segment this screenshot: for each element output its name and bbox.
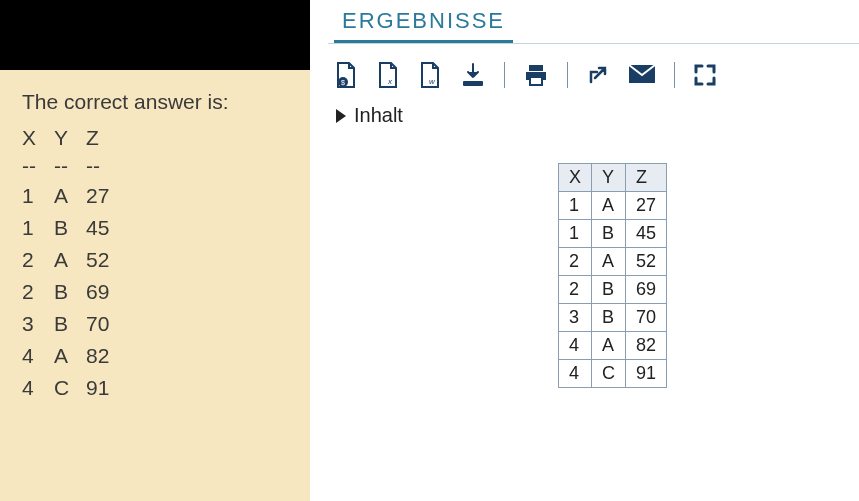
dash-cell: -- (22, 154, 54, 180)
table-cell: A (54, 180, 86, 212)
table-cell: 2 (559, 276, 592, 304)
table-row: 1B45 (559, 220, 667, 248)
table-row: 2A52 (22, 244, 126, 276)
table-row: 4C91 (559, 360, 667, 388)
table-cell: 1 (559, 192, 592, 220)
export-excel-icon[interactable]: $ (334, 62, 358, 88)
table-row: 1B45 (22, 212, 126, 244)
table-cell: 91 (86, 372, 126, 404)
answer-table: X Y Z -- -- -- 1A271B452A522B693B704A824… (22, 122, 126, 404)
export-word-icon[interactable]: w (418, 62, 442, 88)
table-cell: 4 (22, 340, 54, 372)
table-cell: B (54, 212, 86, 244)
table-cell: 27 (626, 192, 667, 220)
result-area: X Y Z 1A271B452A522B693B704A824C91 (328, 133, 859, 388)
col-header: Z (626, 164, 667, 192)
triangle-right-icon (336, 109, 346, 123)
table-cell: A (54, 340, 86, 372)
email-icon[interactable] (628, 64, 656, 86)
table-cell: A (592, 192, 626, 220)
table-cell: 82 (86, 340, 126, 372)
table-cell: 2 (559, 248, 592, 276)
answer-body: 1A271B452A522B693B704A824C91 (22, 180, 126, 404)
table-cell: 69 (86, 276, 126, 308)
answer-header-row: X Y Z (22, 122, 126, 154)
table-cell: A (54, 244, 86, 276)
table-cell: 82 (626, 332, 667, 360)
table-row: 2A52 (559, 248, 667, 276)
table-cell: A (592, 332, 626, 360)
svg-rect-4 (529, 65, 543, 71)
col-header: X (559, 164, 592, 192)
table-cell: 4 (559, 332, 592, 360)
answer-dash-row: -- -- -- (22, 154, 126, 180)
right-panel: ERGEBNISSE $ x w Inhalt (310, 0, 859, 501)
toolbar-separator (567, 62, 568, 88)
table-row: 4A82 (22, 340, 126, 372)
answer-panel: The correct answer is: X Y Z -- -- -- 1A… (0, 70, 310, 501)
table-cell: B (592, 276, 626, 304)
fullscreen-icon[interactable] (693, 63, 717, 87)
svg-text:x: x (387, 77, 393, 86)
table-row: 1A27 (559, 192, 667, 220)
table-row: 2B69 (559, 276, 667, 304)
open-external-icon[interactable] (586, 63, 610, 87)
svg-rect-6 (530, 77, 542, 85)
col-header: Y (592, 164, 626, 192)
dash-cell: -- (54, 154, 86, 180)
section-label: Inhalt (354, 104, 403, 127)
col-header: Y (54, 122, 86, 154)
table-cell: B (54, 308, 86, 340)
col-header: X (22, 122, 54, 154)
table-cell: 2 (22, 244, 54, 276)
tab-bar: ERGEBNISSE (328, 0, 859, 44)
tab-results[interactable]: ERGEBNISSE (334, 0, 513, 43)
toolbar-separator (674, 62, 675, 88)
svg-text:w: w (429, 77, 436, 86)
result-table: X Y Z 1A271B452A522B693B704A824C91 (558, 163, 667, 388)
table-cell: 2 (22, 276, 54, 308)
section-toggle[interactable]: Inhalt (328, 98, 859, 133)
dash-cell: -- (86, 154, 126, 180)
table-cell: 45 (626, 220, 667, 248)
table-row: 4C91 (22, 372, 126, 404)
col-header: Z (86, 122, 126, 154)
table-cell: 3 (559, 304, 592, 332)
export-xml-icon[interactable]: x (376, 62, 400, 88)
table-cell: B (54, 276, 86, 308)
result-body: 1A271B452A522B693B704A824C91 (559, 192, 667, 388)
table-cell: C (592, 360, 626, 388)
download-icon[interactable] (460, 62, 486, 88)
table-row: 4A82 (559, 332, 667, 360)
table-cell: 52 (86, 244, 126, 276)
table-cell: 4 (559, 360, 592, 388)
table-cell: 91 (626, 360, 667, 388)
toolbar-separator (504, 62, 505, 88)
toolbar: $ x w (328, 56, 859, 98)
table-cell: 1 (559, 220, 592, 248)
black-bar (0, 0, 310, 70)
table-header-row: X Y Z (559, 164, 667, 192)
table-cell: 70 (86, 308, 126, 340)
table-cell: 3 (22, 308, 54, 340)
table-cell: C (54, 372, 86, 404)
table-cell: B (592, 304, 626, 332)
table-cell: 70 (626, 304, 667, 332)
table-row: 3B70 (559, 304, 667, 332)
table-row: 3B70 (22, 308, 126, 340)
table-cell: 1 (22, 212, 54, 244)
table-cell: 4 (22, 372, 54, 404)
table-cell: 27 (86, 180, 126, 212)
svg-text:$: $ (341, 79, 345, 86)
table-row: 1A27 (22, 180, 126, 212)
table-row: 2B69 (22, 276, 126, 308)
answer-title: The correct answer is: (22, 90, 298, 114)
table-cell: 1 (22, 180, 54, 212)
print-icon[interactable] (523, 62, 549, 88)
table-cell: 69 (626, 276, 667, 304)
table-cell: 52 (626, 248, 667, 276)
left-panel: The correct answer is: X Y Z -- -- -- 1A… (0, 0, 310, 501)
table-cell: B (592, 220, 626, 248)
table-cell: 45 (86, 212, 126, 244)
table-cell: A (592, 248, 626, 276)
